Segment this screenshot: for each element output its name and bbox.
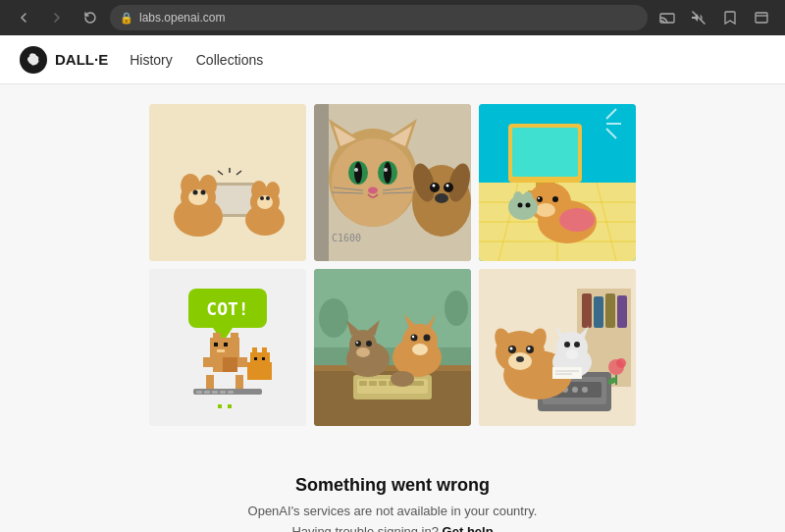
svg-rect-115 [359,381,367,386]
browser-chrome: 🔒 labs.openai.com [0,0,785,35]
svg-rect-101 [250,352,270,367]
svg-point-168 [566,349,578,359]
svg-point-47 [430,183,440,192]
error-section: Something went wrong OpenAI's services a… [0,455,785,532]
brand-label: DALL·E [55,51,108,68]
grid-image-6[interactable] [479,269,636,426]
svg-point-75 [518,203,523,208]
svg-point-76 [526,203,531,208]
svg-point-20 [266,196,270,200]
svg-rect-103 [262,347,267,354]
collections-link[interactable]: Collections [194,48,265,72]
svg-point-138 [319,298,348,338]
svg-rect-91 [217,349,225,352]
openai-logo [20,46,47,74]
refresh-button[interactable] [77,4,104,31]
history-link[interactable]: History [128,48,175,72]
svg-rect-102 [252,347,257,354]
error-title: Something went wrong [20,475,765,496]
svg-point-35 [384,162,392,184]
svg-point-34 [354,162,362,184]
svg-point-48 [444,183,453,192]
grid-image-1[interactable] [149,104,306,261]
svg-rect-146 [617,295,627,328]
svg-point-126 [355,341,361,346]
svg-point-36 [354,168,358,172]
svg-rect-52 [314,104,329,261]
svg-rect-92 [206,375,214,389]
svg-rect-82 [203,357,213,367]
svg-point-19 [260,196,264,200]
svg-point-169 [564,342,570,347]
svg-rect-87 [213,333,221,341]
svg-point-73 [513,191,523,205]
svg-point-133 [412,344,428,355]
app-navbar: DALL·E History Collections [0,35,785,84]
svg-text:COT!: COT! [206,298,248,319]
svg-point-127 [366,341,372,346]
svg-point-68 [536,203,555,217]
forward-button[interactable] [43,4,71,31]
grid-image-4[interactable]: COT! [149,269,306,426]
svg-rect-144 [594,296,603,328]
get-help-link[interactable]: Get help [443,524,494,532]
svg-rect-85 [237,357,247,367]
svg-point-135 [424,335,431,342]
svg-rect-1 [756,13,767,23]
svg-rect-106 [218,404,222,408]
cast-button[interactable] [654,4,681,31]
grid-image-5[interactable] [314,269,471,426]
svg-point-163 [516,356,524,362]
svg-rect-89 [214,343,218,346]
svg-point-18 [257,195,273,209]
svg-point-153 [582,387,588,393]
svg-point-71 [538,197,540,199]
svg-point-136 [412,336,414,338]
svg-rect-112 [314,365,471,371]
svg-point-49 [433,185,436,187]
svg-point-139 [445,291,468,326]
error-help-prefix: Having trouble signing in? [291,524,439,532]
svg-point-38 [368,187,378,194]
svg-point-51 [435,193,448,203]
svg-point-37 [384,168,388,172]
svg-point-134 [411,335,418,342]
svg-rect-117 [379,381,387,386]
svg-rect-63 [512,128,578,177]
svg-point-69 [537,196,543,202]
svg-rect-145 [605,293,615,328]
svg-text:C1600: C1600 [332,233,361,243]
svg-rect-143 [582,293,592,328]
bookmark-button[interactable] [716,4,744,31]
svg-rect-174 [552,367,582,379]
svg-rect-99 [228,391,234,394]
maximize-button[interactable] [748,4,775,31]
svg-point-125 [356,347,370,357]
svg-point-162 [528,347,531,350]
grid-image-2[interactable]: C1600 [314,104,471,261]
svg-point-137 [391,371,414,387]
browser-actions [654,4,775,31]
svg-point-161 [510,347,513,350]
svg-point-70 [552,196,558,202]
svg-rect-96 [204,391,210,394]
svg-point-170 [574,342,580,347]
svg-point-50 [446,185,449,187]
svg-rect-97 [212,391,218,394]
lock-icon: 🔒 [120,12,133,25]
svg-point-77 [559,208,595,232]
svg-rect-90 [224,343,228,346]
url-text: labs.openai.com [139,11,225,25]
grid-image-3[interactable] [479,104,636,261]
svg-point-27 [332,138,414,227]
svg-point-12 [193,190,198,195]
address-bar[interactable]: 🔒 labs.openai.com [110,5,648,30]
mute-button[interactable] [685,4,712,31]
svg-point-152 [572,387,578,393]
brand: DALL·E [20,46,108,74]
image-grid: C1600 [0,104,785,426]
back-button[interactable] [10,4,37,31]
error-description: OpenAI's services are not available in y… [20,504,765,518]
svg-point-72 [508,194,538,220]
svg-rect-116 [369,381,377,386]
